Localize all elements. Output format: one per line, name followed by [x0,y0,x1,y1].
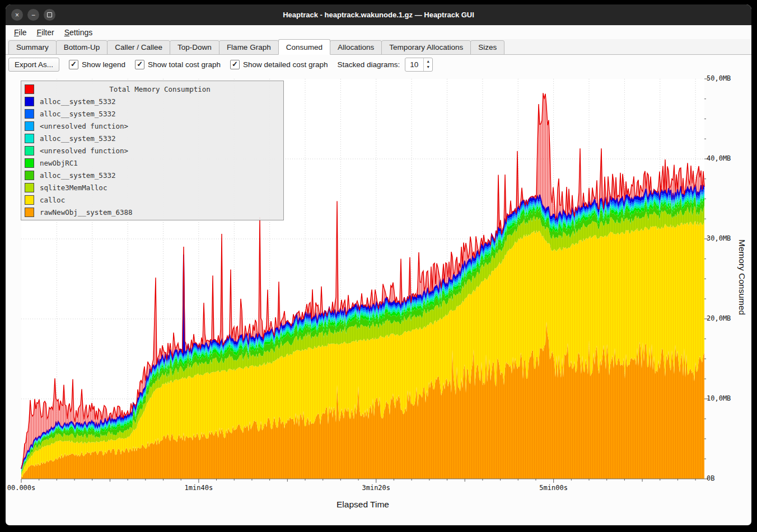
legend-item: <unresolved function> [21,120,283,132]
tab-top-down[interactable]: Top-Down [170,40,219,55]
legend-swatch [25,171,34,180]
tab-sizes[interactable]: Sizes [470,40,504,55]
tab-bottom-up[interactable]: Bottom-Up [56,40,108,55]
minimize-button[interactable]: − [27,9,39,21]
x-axis-title: Elapsed Time [21,500,704,510]
legend-item: alloc__system_5332 [21,132,283,144]
window-controls: × − [11,9,55,21]
tab-bar: SummaryBottom-UpCaller / CalleeTop-DownF… [6,39,751,55]
spin-buttons: ▲ ▼ [423,58,432,71]
checkbox-box: ✓ [230,60,240,69]
legend-title-row: Total Memory Consumption [21,83,283,95]
legend-item-label: alloc__system_5332 [40,171,115,180]
legend-swatch [25,146,34,156]
app-window: × − Heaptrack - heaptrack.wakunode.1.gz … [6,4,751,525]
legend-item: sqlite3MemMalloc [21,181,283,194]
spin-up-button[interactable]: ▲ [424,59,432,64]
tab-flame-graph[interactable]: Flame Graph [219,40,279,55]
stacked-diagrams-label: Stacked diagrams: [338,60,400,69]
y-axis-tick-label: 40,0MB [707,154,740,162]
x-axis-tick-label: 1min40s [176,484,221,492]
legend-item-label: rawNewObj__system_6388 [40,208,133,216]
legend-item-label: alloc__system_5332 [40,134,115,143]
y-axis-tick-label: 10,0MB [707,394,740,402]
spin-down-button[interactable]: ▼ [424,64,432,70]
legend-item: rawNewObj__system_6388 [21,206,283,218]
menu-item-filter[interactable]: Filter [32,27,59,38]
menu-bar: FileFilterSettings [6,25,751,39]
legend-item: alloc__system_5332 [21,107,283,120]
titlebar: × − Heaptrack - heaptrack.wakunode.1.gz … [6,4,751,25]
legend-swatch [25,158,34,168]
legend-item: newObjRC1 [21,157,283,169]
maximize-icon [47,12,52,17]
x-axis-tick-label: 00.000s [6,484,44,492]
legend-item: alloc__system_5332 [21,95,283,107]
y-axis-tick-label: 20,0MB [707,314,740,322]
stacked-diagrams-value: 10 [405,60,423,69]
checkbox-show-detailed-cost-graph[interactable]: ✓Show detailed cost graph [230,60,328,69]
legend-swatch [25,109,34,119]
legend-item: <unresolved function> [21,144,283,157]
legend-item: alloc__system_5332 [21,169,283,181]
tab-summary[interactable]: Summary [8,40,57,55]
checkbox-label: Show legend [82,60,125,69]
legend-title: Total Memory Consumption [40,85,280,93]
y-axis-tick-label: 50,0MB [707,74,740,82]
legend-swatch [25,208,34,217]
legend-item-label: <unresolved function> [40,122,128,130]
x-axis-tick-label: 5min00s [531,484,576,492]
legend-swatch [25,97,34,106]
checkbox-label: Show total cost graph [148,60,221,69]
legend-swatch [25,195,34,205]
legend-item-label: sqlite3MemMalloc [40,183,107,192]
checkbox-show-legend[interactable]: ✓Show legend [69,60,125,69]
stacked-diagrams-spinbox[interactable]: 10 ▲ ▼ [405,58,433,72]
x-axis-tick-label: 3min20s [354,484,399,492]
menu-item-file[interactable]: File [9,27,32,38]
legend-swatch [25,183,34,192]
y-axis-tick-label: 0B [707,474,740,482]
tab-caller-callee[interactable]: Caller / Callee [107,40,170,55]
close-button[interactable]: × [11,9,23,21]
tab-allocations[interactable]: Allocations [330,40,382,55]
legend-swatch [25,134,34,143]
close-icon: × [15,12,19,18]
export-as-button[interactable]: Export As... [8,58,59,72]
legend-item-label: newObjRC1 [40,159,78,167]
checkbox-show-total-cost-graph[interactable]: ✓Show total cost graph [135,60,221,69]
legend-item-label: <unresolved function> [40,147,128,155]
legend-swatch [25,121,34,131]
legend-item: calloc [21,194,283,206]
minimize-icon: − [31,12,35,18]
checkbox-label: Show detailed cost graph [243,60,328,69]
legend-item-label: alloc__system_5332 [40,110,115,118]
legend-item-label: alloc__system_5332 [40,97,115,106]
y-axis-title: Memory Consumed [737,239,747,315]
legend-item-label: calloc [40,196,65,204]
checkbox-box: ✓ [135,60,144,69]
y-axis-tick-label: 30,0MB [707,234,740,242]
tab-consumed[interactable]: Consumed [278,39,330,55]
tab-temporary-allocations[interactable]: Temporary Allocations [381,40,471,55]
legend-swatch [25,84,34,94]
checkbox-box: ✓ [69,60,78,69]
window-title: Heaptrack - heaptrack.wakunode.1.gz — He… [6,11,751,19]
chart-area: Memory Consumed Elapsed Time Total Memor… [6,73,751,525]
toolbar: Export As... ✓Show legend✓Show total cos… [6,55,751,74]
menu-item-settings[interactable]: Settings [59,27,98,38]
chart-legend: Total Memory Consumption alloc__system_5… [21,81,284,220]
maximize-button[interactable] [44,9,55,21]
